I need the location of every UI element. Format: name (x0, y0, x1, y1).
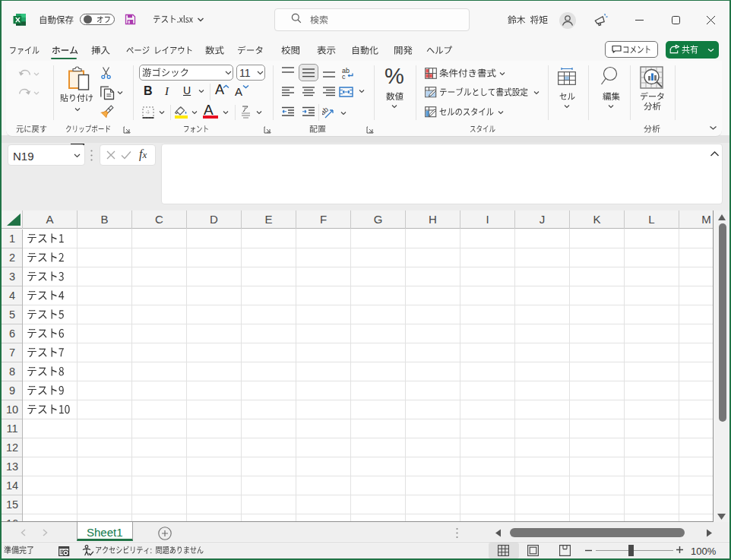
svg-text:c: c (342, 73, 346, 80)
svg-text:ab: ab (322, 106, 330, 117)
